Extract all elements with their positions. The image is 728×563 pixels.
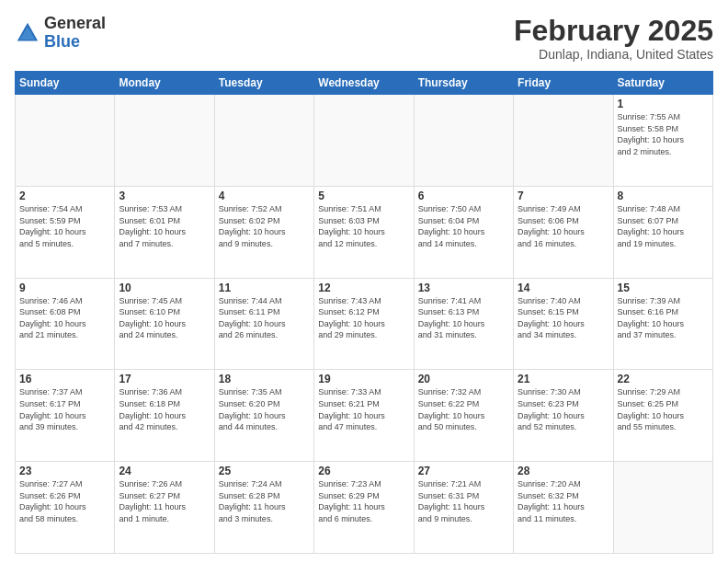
calendar-cell: 16Sunrise: 7:37 AM Sunset: 6:17 PM Dayli… [16,370,115,462]
calendar-cell [314,95,414,187]
day-number: 19 [318,373,409,385]
day-number: 17 [119,373,210,385]
day-number: 16 [19,373,110,385]
calendar-cell: 1Sunrise: 7:55 AM Sunset: 5:58 PM Daylig… [613,95,712,187]
calendar-header-saturday: Saturday [613,72,712,95]
calendar-cell: 6Sunrise: 7:50 AM Sunset: 6:04 PM Daylig… [414,186,513,278]
day-number: 12 [318,282,409,294]
main-title: February 2025 [514,15,713,47]
day-number: 9 [19,282,110,294]
calendar-cell [115,95,214,187]
calendar-cell: 4Sunrise: 7:52 AM Sunset: 6:02 PM Daylig… [214,186,313,278]
calendar-cell: 22Sunrise: 7:29 AM Sunset: 6:25 PM Dayli… [613,370,712,462]
day-info: Sunrise: 7:36 AM Sunset: 6:18 PM Dayligh… [119,386,210,432]
day-info: Sunrise: 7:53 AM Sunset: 6:01 PM Dayligh… [119,203,210,249]
calendar-cell [214,95,313,187]
calendar-cell: 25Sunrise: 7:24 AM Sunset: 6:28 PM Dayli… [214,462,313,554]
calendar-cell [16,95,115,187]
day-info: Sunrise: 7:20 AM Sunset: 6:32 PM Dayligh… [518,478,609,524]
day-info: Sunrise: 7:43 AM Sunset: 6:12 PM Dayligh… [318,295,409,341]
calendar-cell: 20Sunrise: 7:32 AM Sunset: 6:22 PM Dayli… [414,370,513,462]
day-number: 20 [418,373,509,385]
day-info: Sunrise: 7:37 AM Sunset: 6:17 PM Dayligh… [19,386,110,432]
calendar-cell: 13Sunrise: 7:41 AM Sunset: 6:13 PM Dayli… [414,278,513,370]
calendar-week-1: 2Sunrise: 7:54 AM Sunset: 5:59 PM Daylig… [16,186,713,278]
calendar-header-thursday: Thursday [414,72,513,95]
day-info: Sunrise: 7:26 AM Sunset: 6:27 PM Dayligh… [119,478,210,524]
calendar-cell: 3Sunrise: 7:53 AM Sunset: 6:01 PM Daylig… [115,186,214,278]
day-number: 14 [518,282,609,294]
calendar-week-4: 23Sunrise: 7:27 AM Sunset: 6:26 PM Dayli… [16,462,713,554]
day-number: 3 [119,190,210,202]
day-info: Sunrise: 7:51 AM Sunset: 6:03 PM Dayligh… [318,203,409,249]
calendar-week-0: 1Sunrise: 7:55 AM Sunset: 5:58 PM Daylig… [16,95,713,187]
calendar-cell: 15Sunrise: 7:39 AM Sunset: 6:16 PM Dayli… [613,278,712,370]
calendar-header-row: SundayMondayTuesdayWednesdayThursdayFrid… [16,72,713,95]
day-number: 23 [19,465,110,477]
calendar-cell [613,462,712,554]
calendar-header-wednesday: Wednesday [314,72,414,95]
title-block: February 2025 Dunlap, Indiana, United St… [514,15,713,62]
calendar-week-3: 16Sunrise: 7:37 AM Sunset: 6:17 PM Dayli… [16,370,713,462]
calendar-cell [414,95,513,187]
day-number: 7 [518,190,609,202]
day-number: 4 [219,190,310,202]
day-info: Sunrise: 7:30 AM Sunset: 6:23 PM Dayligh… [518,386,609,432]
day-number: 24 [119,465,210,477]
day-number: 13 [418,282,509,294]
calendar-cell: 14Sunrise: 7:40 AM Sunset: 6:15 PM Dayli… [514,278,613,370]
calendar-cell: 9Sunrise: 7:46 AM Sunset: 6:08 PM Daylig… [16,278,115,370]
day-number: 27 [418,465,509,477]
day-number: 10 [119,282,210,294]
calendar-header-sunday: Sunday [16,72,115,95]
day-number: 21 [518,373,609,385]
calendar-week-2: 9Sunrise: 7:46 AM Sunset: 6:08 PM Daylig… [16,278,713,370]
day-number: 11 [219,282,310,294]
day-number: 6 [418,190,509,202]
day-info: Sunrise: 7:24 AM Sunset: 6:28 PM Dayligh… [219,478,310,524]
day-number: 22 [618,373,709,385]
calendar-cell: 17Sunrise: 7:36 AM Sunset: 6:18 PM Dayli… [115,370,214,462]
calendar-cell: 21Sunrise: 7:30 AM Sunset: 6:23 PM Dayli… [514,370,613,462]
logo-blue-text: Blue [44,32,80,51]
day-info: Sunrise: 7:44 AM Sunset: 6:11 PM Dayligh… [219,295,310,341]
day-info: Sunrise: 7:23 AM Sunset: 6:29 PM Dayligh… [318,478,409,524]
page: General Blue February 2025 Dunlap, India… [0,0,728,563]
day-number: 26 [318,465,409,477]
calendar-cell: 5Sunrise: 7:51 AM Sunset: 6:03 PM Daylig… [314,186,414,278]
logo-general-text: General [44,14,106,32]
calendar-cell: 19Sunrise: 7:33 AM Sunset: 6:21 PM Dayli… [314,370,414,462]
day-info: Sunrise: 7:50 AM Sunset: 6:04 PM Dayligh… [418,203,509,249]
calendar-cell: 8Sunrise: 7:48 AM Sunset: 6:07 PM Daylig… [613,186,712,278]
calendar-cell: 27Sunrise: 7:21 AM Sunset: 6:31 PM Dayli… [414,462,513,554]
calendar-cell: 24Sunrise: 7:26 AM Sunset: 6:27 PM Dayli… [115,462,214,554]
day-info: Sunrise: 7:32 AM Sunset: 6:22 PM Dayligh… [418,386,509,432]
day-info: Sunrise: 7:29 AM Sunset: 6:25 PM Dayligh… [618,386,709,432]
day-info: Sunrise: 7:46 AM Sunset: 6:08 PM Dayligh… [19,295,110,341]
day-info: Sunrise: 7:33 AM Sunset: 6:21 PM Dayligh… [318,386,409,432]
logo-icon [15,20,40,46]
day-number: 8 [618,190,709,202]
day-info: Sunrise: 7:39 AM Sunset: 6:16 PM Dayligh… [618,295,709,341]
calendar-cell: 26Sunrise: 7:23 AM Sunset: 6:29 PM Dayli… [314,462,414,554]
day-info: Sunrise: 7:40 AM Sunset: 6:15 PM Dayligh… [518,295,609,341]
logo: General Blue [15,15,106,52]
day-number: 15 [618,282,709,294]
day-info: Sunrise: 7:48 AM Sunset: 6:07 PM Dayligh… [618,203,709,249]
calendar-cell: 7Sunrise: 7:49 AM Sunset: 6:06 PM Daylig… [514,186,613,278]
subtitle: Dunlap, Indiana, United States [514,47,713,62]
calendar-cell: 12Sunrise: 7:43 AM Sunset: 6:12 PM Dayli… [314,278,414,370]
day-number: 25 [219,465,310,477]
day-number: 18 [219,373,310,385]
day-number: 28 [518,465,609,477]
calendar-cell: 10Sunrise: 7:45 AM Sunset: 6:10 PM Dayli… [115,278,214,370]
day-info: Sunrise: 7:41 AM Sunset: 6:13 PM Dayligh… [418,295,509,341]
day-info: Sunrise: 7:21 AM Sunset: 6:31 PM Dayligh… [418,478,509,524]
calendar-cell: 11Sunrise: 7:44 AM Sunset: 6:11 PM Dayli… [214,278,313,370]
calendar-table: SundayMondayTuesdayWednesdayThursdayFrid… [15,71,713,554]
day-info: Sunrise: 7:35 AM Sunset: 6:20 PM Dayligh… [219,386,310,432]
day-number: 2 [19,190,110,202]
day-number: 1 [618,98,709,110]
day-info: Sunrise: 7:52 AM Sunset: 6:02 PM Dayligh… [219,203,310,249]
day-info: Sunrise: 7:49 AM Sunset: 6:06 PM Dayligh… [518,203,609,249]
